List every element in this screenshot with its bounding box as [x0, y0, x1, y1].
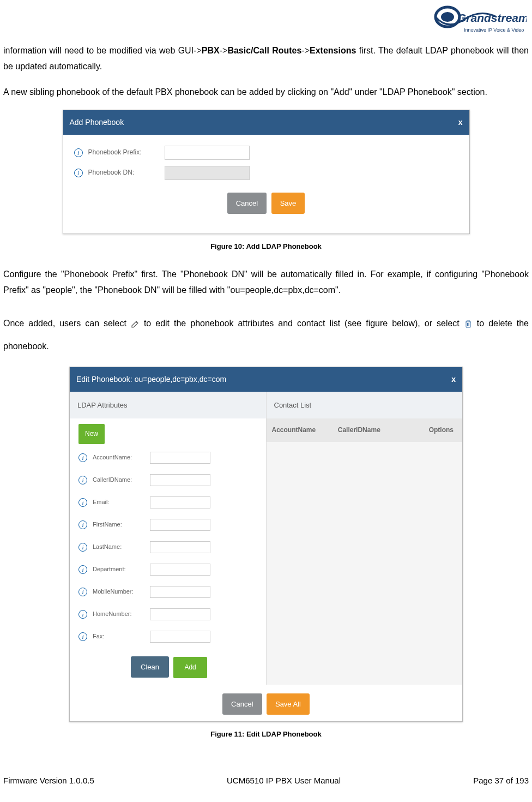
field-label: Email: [93, 494, 150, 510]
column-header: AccountName [272, 422, 338, 438]
attr-input[interactable] [150, 586, 210, 598]
field-label: Phonebook Prefix: [88, 145, 165, 160]
attr-input[interactable] [150, 452, 210, 464]
body-text: information will need to be modified via… [3, 43, 529, 74]
info-icon[interactable]: i [74, 169, 83, 177]
info-icon[interactable]: i [78, 498, 87, 507]
attr-input[interactable] [150, 519, 210, 531]
add-phonebook-dialog: Add Phonebook x i Phonebook Prefix: i Ph… [63, 110, 470, 234]
delete-icon [464, 320, 473, 328]
svg-point-1 [441, 12, 454, 22]
phonebook-dn-input [165, 166, 250, 180]
cancel-button[interactable]: Cancel [222, 693, 262, 715]
field-label: AccountName: [93, 450, 150, 465]
new-button[interactable]: New [78, 424, 105, 444]
info-icon[interactable]: i [78, 565, 87, 574]
info-icon[interactable]: i [78, 632, 87, 641]
field-label: LastName: [93, 539, 150, 555]
attr-input[interactable] [150, 541, 210, 553]
edit-phonebook-dialog: Edit Phonebook: ou=people,dc=pbx,dc=com … [69, 367, 463, 722]
save-all-button[interactable]: Save All [267, 693, 310, 715]
firmware-version: Firmware Version 1.0.0.5 [3, 776, 94, 785]
svg-text:Innovative IP Voice & Video: Innovative IP Voice & Video [464, 27, 524, 33]
field-label: FirstName: [93, 517, 150, 532]
add-button[interactable]: Add [173, 657, 207, 678]
info-icon[interactable]: i [78, 610, 87, 619]
info-icon[interactable]: i [78, 453, 87, 462]
manual-title: UCM6510 IP PBX User Manual [227, 776, 341, 785]
field-label: Fax: [93, 629, 150, 644]
info-icon[interactable]: i [78, 588, 87, 596]
page-footer: Firmware Version 1.0.0.5 UCM6510 IP PBX … [0, 754, 532, 800]
info-icon[interactable]: i [78, 476, 87, 484]
info-icon[interactable]: i [78, 520, 87, 529]
cancel-button[interactable]: Cancel [227, 193, 267, 214]
attr-input[interactable] [150, 474, 210, 486]
close-icon[interactable]: x [451, 372, 456, 387]
field-label: Phonebook DN: [88, 165, 165, 181]
phonebook-prefix-input[interactable] [165, 146, 250, 160]
field-label: HomeNumber: [93, 606, 150, 622]
page-number: Page 37 of 193 [473, 776, 529, 785]
field-label: MobileNumber: [93, 584, 150, 600]
field-label: Department: [93, 561, 150, 577]
clean-button[interactable]: Clean [131, 656, 169, 678]
attr-input[interactable] [150, 631, 210, 643]
figure-caption: Figure 10: Add LDAP Phonebook [3, 238, 529, 254]
edit-icon [131, 320, 140, 328]
grandstream-logo: Grandstream Innovative IP Voice & Video [431, 3, 527, 37]
column-header: Options [409, 422, 457, 438]
attr-input[interactable] [150, 564, 210, 576]
column-header: CallerIDName [338, 422, 409, 438]
figure-caption: Figure 11: Edit LDAP Phonebook [3, 726, 529, 742]
dialog-title: Add Phonebook [70, 115, 124, 130]
body-text: Configure the "Phonebook Prefix" first. … [3, 266, 529, 298]
save-button[interactable]: Save [271, 193, 305, 214]
info-icon[interactable]: i [78, 543, 87, 552]
close-icon[interactable]: x [458, 115, 463, 130]
svg-text:Grandstream: Grandstream [457, 11, 527, 24]
body-text: A new sibling phonebook of the default P… [3, 84, 529, 100]
field-label: CallerIDName: [93, 472, 150, 488]
contact-list-header: Contact List [267, 392, 463, 418]
body-text: Once added, users can select to edit the… [3, 312, 529, 358]
dialog-title: Edit Phonebook: ou=people,dc=pbx,dc=com [76, 372, 226, 387]
attr-input[interactable] [150, 608, 210, 620]
ldap-attributes-header: LDAP Attributes [70, 392, 266, 418]
info-icon[interactable]: i [74, 148, 83, 157]
attr-input[interactable] [150, 496, 210, 508]
